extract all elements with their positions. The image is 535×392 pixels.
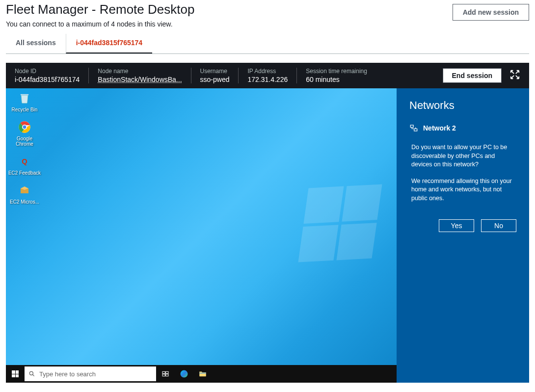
session-panel: Node ID i-044fad3815f765174 Node name Ba… [6,63,529,383]
desktop-icons: Recycle Bin Google Chrome [8,90,41,205]
windows-start-icon [12,370,19,377]
desktop-icon-ec2-micros[interactable]: EC2 Micros... [8,183,41,205]
file-explorer-icon [198,369,207,378]
username-label: Username [200,68,230,75]
session-time-value: 60 minutes [306,76,367,83]
username-value: sso-pwed [200,76,230,83]
network-question-text: Do you want to allow your PC to be disco… [409,143,516,169]
svg-point-5 [29,371,33,375]
windows-logo-wallpaper [298,184,382,262]
node-name-value[interactable]: BastionStack/WindowsBa... [98,76,182,83]
svg-rect-7 [162,371,165,373]
network-item[interactable]: Network 2 [409,124,516,132]
svg-rect-9 [162,374,165,376]
page-header: Fleet Manager - Remote Desktop You can c… [0,0,535,32]
desktop-icon-chrome[interactable]: Google Chrome [8,119,41,147]
edge-icon [179,369,189,379]
network-recommend-text: We recommend allowing this on your home … [409,177,516,203]
ethernet-icon [409,124,418,132]
windows-desktop[interactable]: Recycle Bin Google Chrome [6,88,397,383]
fullscreen-icon[interactable] [509,69,520,82]
start-button[interactable] [6,365,25,383]
field-ip: IP Address 172.31.4.226 [238,68,296,83]
remote-desktop-view: Recycle Bin Google Chrome [6,88,529,383]
task-view-button[interactable] [156,365,175,383]
svg-rect-8 [166,371,168,373]
ec2-micros-icon [17,183,32,198]
session-info-bar: Node ID i-044fad3815f765174 Node name Ba… [6,63,529,88]
svg-rect-12 [199,373,206,374]
network-no-button[interactable]: No [481,219,516,232]
chrome-icon [17,119,32,135]
field-username: Username sso-pwed [191,68,239,83]
ec2-feedback-icon: Q [17,154,32,169]
node-id-label: Node ID [15,68,80,75]
taskbar-edge-button[interactable] [175,365,193,383]
field-session-time: Session time remaining 60 minutes [296,68,376,83]
networks-title: Networks [409,99,516,112]
chrome-label: Google Chrome [8,136,41,147]
tab-instance[interactable]: i-044fad3815f765174 [66,34,152,53]
page-title: Fleet Manager - Remote Desktop [6,2,194,17]
svg-line-6 [32,374,34,376]
page-subtitle: You can connect to a maximum of 4 nodes … [6,20,194,28]
page-title-block: Fleet Manager - Remote Desktop You can c… [6,2,194,28]
ip-label: IP Address [247,68,288,75]
svg-rect-13 [410,125,413,128]
session-tabs: All sessions i-044fad3815f765174 [6,34,529,54]
node-name-label: Node name [98,68,182,75]
networks-panel: Networks Network 2 Do you want to allow … [397,88,529,383]
ip-value: 172.31.4.226 [247,76,288,83]
task-view-icon [161,370,169,378]
desktop-icon-recycle-bin[interactable]: Recycle Bin [8,90,41,112]
session-time-label: Session time remaining [306,68,367,75]
taskbar-explorer-button[interactable] [193,365,212,383]
search-icon [28,370,35,377]
network-yes-button[interactable]: Yes [439,219,474,232]
svg-rect-10 [166,374,168,376]
node-id-value: i-044fad3815f765174 [15,76,80,83]
network-name: Network 2 [423,124,456,132]
end-session-button[interactable]: End session [443,68,502,83]
recycle-bin-icon [17,90,32,106]
taskbar-search-input[interactable]: Type here to search [25,366,156,381]
windows-taskbar: Type here to search [6,365,397,383]
ec2-micros-label: EC2 Micros... [10,199,39,205]
network-buttons: Yes No [409,219,516,232]
ec2-feedback-label: EC2 Feedback [8,170,41,176]
svg-rect-14 [414,129,417,131]
field-node-name: Node name BastionStack/WindowsBa... [88,68,190,83]
svg-text:Q: Q [22,157,27,165]
svg-point-11 [181,370,188,378]
search-placeholder: Type here to search [39,370,96,378]
field-node-id: Node ID i-044fad3815f765174 [15,68,88,83]
tab-all-sessions[interactable]: All sessions [6,34,66,53]
recycle-bin-label: Recycle Bin [12,107,38,112]
desktop-icon-ec2-feedback[interactable]: Q EC2 Feedback [8,154,41,176]
add-new-session-button[interactable]: Add new session [453,4,529,21]
